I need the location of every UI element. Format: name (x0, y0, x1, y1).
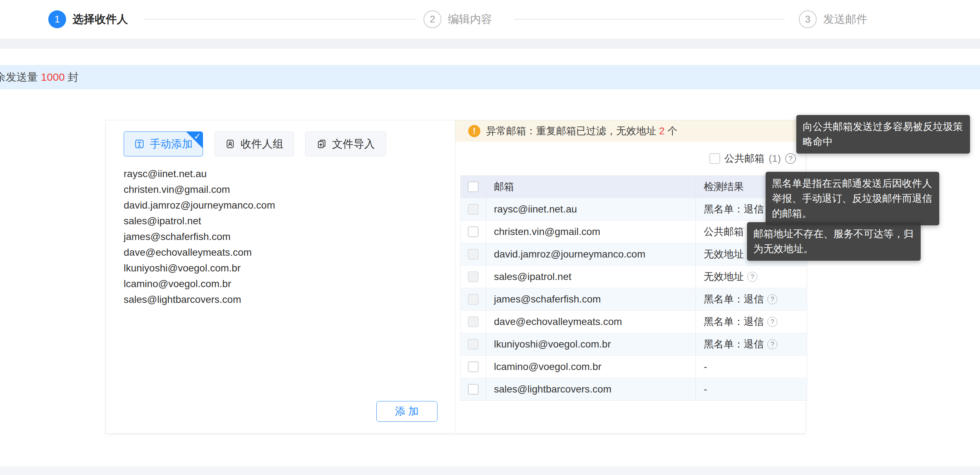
row-checkbox[interactable] (468, 361, 479, 372)
email-line: james@schaferfish.com (124, 229, 438, 245)
email-line: david.jamroz@journeymanco.com (124, 197, 438, 213)
row-result: 黑名单：退信 (704, 337, 764, 351)
email-line: raysc@iinet.net.au (124, 166, 438, 182)
step-connector-line (515, 19, 785, 20)
invalid-count: 2 (659, 126, 665, 137)
row-result-cell: 黑名单：退信 ? (696, 288, 807, 310)
row-checkbox-cell (461, 198, 486, 220)
step-connector-line (144, 19, 416, 20)
row-checkbox-cell (461, 333, 486, 355)
abnormal-mailbox-warning: ! 异常邮箱：重复邮箱已过滤，无效地址 2 个 (455, 120, 806, 142)
public-mailbox-label: 公共邮箱 (724, 152, 765, 165)
email-line: sales@ipatrol.net (124, 213, 438, 229)
tab-label: 收件人组 (240, 137, 283, 151)
manual-add-section: 手动添加 ✓ 收件人组 文件导入 (106, 120, 455, 433)
row-checkbox (468, 249, 479, 260)
step-label: 发送邮件 (823, 12, 867, 27)
public-mailbox-count: (1) (769, 153, 781, 164)
email-line: lkuniyoshi@voegol.com.br (124, 261, 438, 276)
send-quota-banner: 余发送量 1000 封 (0, 65, 980, 89)
table-row: raysc@iinet.net.au 黑名单：退信 ? (461, 198, 807, 220)
row-email: lkuniyoshi@voegol.com.br (486, 333, 696, 355)
warning-text-suffix: 个 (668, 124, 678, 138)
row-email: lcamino@voegol.com.br (486, 356, 696, 378)
row-email: david.jamroz@journeymanco.com (486, 243, 696, 265)
table-row: dave@echovalleymeats.com 黑名单：退信 ? (461, 310, 807, 333)
row-checkbox[interactable] (468, 226, 479, 237)
recipient-picker-panel: 手动添加 ✓ 收件人组 文件导入 (105, 120, 806, 434)
row-email: raysc@iinet.net.au (486, 198, 696, 220)
step-number-badge: 2 (423, 10, 441, 28)
file-import-icon (316, 138, 327, 149)
tab-recipient-group[interactable]: 收件人组 (215, 132, 294, 156)
table-header-row: 邮箱 检测结果 (461, 176, 807, 198)
add-mode-tabs: 手动添加 ✓ 收件人组 文件导入 (124, 132, 386, 156)
tooltip-public-mailbox: 向公共邮箱发送过多容易被反垃圾策略命中 (796, 115, 970, 154)
tab-manual-add[interactable]: 手动添加 ✓ (124, 132, 203, 156)
recipient-group-icon (225, 138, 235, 149)
email-line: christen.vin@gmail.com (124, 182, 438, 197)
add-button[interactable]: 添 加 (376, 401, 438, 422)
help-icon[interactable]: ? (747, 272, 757, 282)
row-checkbox-cell (461, 311, 486, 333)
table-row: sales@lightbarcovers.com - (461, 378, 807, 400)
email-line: dave@echovalleymeats.com (124, 245, 438, 261)
email-line: sales@lightbarcovers.com (124, 292, 438, 308)
help-icon[interactable]: ? (767, 294, 777, 304)
check-result-table: 邮箱 检测结果 raysc@iinet.net.au 黑名单：退信 ? (460, 175, 807, 401)
row-checkbox-cell (461, 356, 486, 378)
row-result: 黑名单：退信 (704, 315, 764, 329)
step-label: 编辑内容 (448, 12, 492, 27)
row-checkbox (468, 339, 479, 349)
step-label: 选择收件人 (73, 12, 128, 27)
column-header-email: 邮箱 (486, 176, 696, 198)
row-checkbox-cell (461, 378, 486, 400)
row-result-cell: 黑名单：退信 ? (696, 311, 807, 333)
header-separator-band (0, 38, 980, 49)
row-result: 无效地址 (704, 270, 744, 284)
row-checkbox (468, 204, 479, 214)
public-mailbox-checkbox[interactable] (710, 153, 720, 164)
row-checkbox[interactable] (468, 384, 479, 395)
row-email: sales@ipatrol.net (486, 266, 696, 288)
table-row: lcamino@voegol.com.br - (461, 355, 807, 378)
manual-emails-input[interactable]: raysc@iinet.net.auchristen.vin@gmail.com… (124, 166, 438, 308)
row-result: 公共邮箱 (704, 225, 744, 238)
row-checkbox-cell (461, 266, 486, 288)
header-checkbox-cell (461, 176, 486, 198)
help-icon[interactable]: ? (767, 339, 777, 349)
public-mailbox-filter: 公共邮箱 (1) ? (710, 150, 796, 167)
step-edit-content[interactable]: 2 编辑内容 (423, 0, 492, 38)
public-mailbox-help-icon[interactable]: ? (785, 153, 796, 164)
row-checkbox-cell (461, 288, 486, 310)
email-line: lcamino@voegol.com.br (124, 276, 438, 292)
row-result-cell: 黑名单：退信 ? (696, 333, 807, 355)
table-row: james@schaferfish.com 黑名单：退信 ? (461, 288, 807, 310)
check-result-section: ! 异常邮箱：重复邮箱已过滤，无效地址 2 个 公共邮箱 (1) ? 邮箱 检测… (455, 120, 806, 433)
step-send-mail[interactable]: 3 发送邮件 (799, 0, 867, 38)
step-number-badge: 3 (799, 10, 817, 28)
check-icon: ✓ (194, 132, 201, 141)
row-result: 黑名单：退信 (704, 202, 764, 216)
quota-count: 1000 (41, 71, 65, 83)
row-email: christen.vin@gmail.com (486, 221, 696, 243)
warning-text-prefix: 异常邮箱：重复邮箱已过滤，无效地址 (486, 124, 656, 138)
row-checkbox-cell (461, 243, 486, 265)
row-checkbox (468, 294, 479, 305)
row-result-cell: - (696, 356, 807, 378)
row-email: james@schaferfish.com (486, 288, 696, 310)
row-result-cell: - (696, 378, 807, 400)
select-all-checkbox[interactable] (468, 181, 479, 192)
table-row: sales@ipatrol.net 无效地址 ? (461, 265, 807, 288)
row-result: - (704, 361, 707, 372)
row-result-cell: 无效地址 ? (696, 266, 807, 288)
row-result: 黑名单：退信 (704, 292, 764, 306)
wizard-stepper: 1 选择收件人 2 编辑内容 3 发送邮件 (0, 0, 980, 38)
quota-text-prefix: 余发送量 (0, 71, 38, 83)
row-email: dave@echovalleymeats.com (486, 311, 696, 333)
row-checkbox-cell (461, 221, 486, 243)
step-number-badge: 1 (48, 10, 66, 28)
tab-file-import[interactable]: 文件导入 (305, 132, 386, 156)
help-icon[interactable]: ? (767, 317, 777, 327)
step-select-recipients[interactable]: 1 选择收件人 (48, 0, 128, 38)
